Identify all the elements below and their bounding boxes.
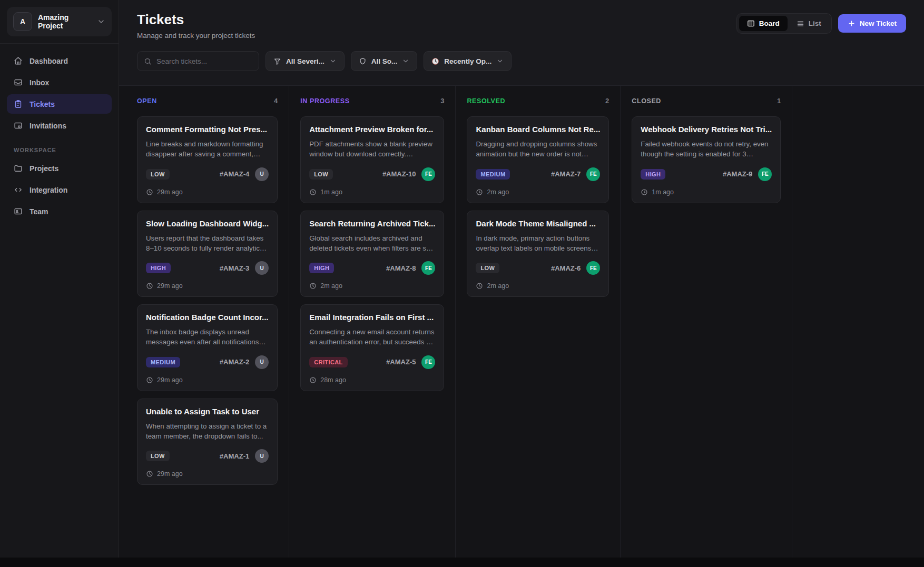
- timestamp-text: 29m ago: [157, 188, 183, 196]
- assignee-avatar[interactable]: U: [255, 449, 269, 463]
- ticket-card[interactable]: Comment Formatting Not Pres... Line brea…: [137, 116, 278, 203]
- clock-icon: [146, 470, 153, 478]
- clock-emoji-icon: [431, 57, 439, 65]
- ticket-meta-row: HIGH #AMAZ-8 FE: [309, 261, 435, 275]
- board-column-in-progress: IN PROGRESS 3 Attachment Preview Broken …: [289, 86, 456, 558]
- ticket-meta-row: LOW #AMAZ-6 FE: [476, 261, 600, 275]
- list-view-button[interactable]: List: [789, 16, 829, 31]
- sidebar-item-dashboard[interactable]: Dashboard: [7, 51, 112, 71]
- ticket-meta-row: MEDIUM #AMAZ-2 U: [146, 355, 269, 369]
- ticket-description: Failed webhook events do not retry, even…: [641, 139, 772, 160]
- severity-filter-dropdown[interactable]: All Severi...: [266, 51, 345, 71]
- ticket-card[interactable]: Webhook Delivery Retries Not Tri... Fail…: [632, 116, 781, 203]
- list-view-label: List: [809, 19, 821, 27]
- ticket-card[interactable]: Kanban Board Columns Not Re... Dragging …: [467, 116, 609, 203]
- timestamp-text: 2m ago: [487, 188, 509, 196]
- ticket-title: Webhook Delivery Retries Not Tri...: [641, 125, 772, 134]
- clock-icon: [309, 188, 317, 196]
- ticket-timestamp: 1m ago: [309, 188, 435, 196]
- severity-badge: HIGH: [641, 169, 665, 180]
- assignee-avatar[interactable]: FE: [758, 167, 772, 181]
- timestamp-text: 2m ago: [487, 282, 509, 290]
- assignee-avatar[interactable]: U: [255, 167, 269, 181]
- ticket-description: The inbox badge displays unread messages…: [146, 327, 269, 347]
- severity-badge: CRITICAL: [309, 357, 348, 367]
- sidebar-item-label: Dashboard: [30, 57, 68, 65]
- timestamp-text: 2m ago: [320, 282, 342, 290]
- severity-badge: LOW: [146, 169, 170, 180]
- clock-icon: [309, 282, 317, 290]
- column-header: IN PROGRESS 3: [300, 94, 444, 108]
- page-header: Tickets Manage and track your project ti…: [119, 0, 924, 48]
- search-input[interactable]: [156, 57, 252, 65]
- app: A Amazing Project Dashboard Inbox Ticket…: [0, 0, 924, 558]
- horizontal-scrollbar-track[interactable]: [0, 558, 924, 567]
- ticket-card[interactable]: Email Integration Fails on First ... Con…: [300, 304, 444, 391]
- timestamp-text: 29m ago: [157, 282, 183, 290]
- column-header: RESOLVED 2: [467, 94, 609, 108]
- clock-icon: [146, 282, 153, 290]
- ticket-timestamp: 2m ago: [476, 188, 600, 196]
- new-ticket-button[interactable]: New Ticket: [838, 14, 906, 33]
- assignee-avatar[interactable]: U: [255, 261, 269, 275]
- board-view-button[interactable]: Board: [739, 16, 788, 31]
- source-filter-dropdown[interactable]: All So...: [351, 51, 418, 71]
- chevron-down-icon: [402, 57, 409, 65]
- sidebar-item-invitations[interactable]: Invitations: [7, 116, 112, 135]
- chevron-down-icon: [97, 17, 105, 26]
- ticket-description: When attempting to assign a ticket to a …: [146, 421, 269, 442]
- ticket-card[interactable]: Slow Loading Dashboard Widg... Users rep…: [137, 211, 278, 297]
- clock-icon: [476, 282, 483, 290]
- main-content: Tickets Manage and track your project ti…: [119, 0, 924, 558]
- project-name: Amazing Project: [38, 13, 91, 30]
- ticket-card[interactable]: Unable to Assign Task to User When attem…: [137, 399, 278, 485]
- chevron-down-icon: [496, 57, 504, 65]
- severity-badge: MEDIUM: [146, 357, 180, 367]
- ticket-title: Dark Mode Theme Misaligned ...: [476, 219, 600, 228]
- search-box: [137, 51, 259, 71]
- column-header: CLOSED 1: [632, 94, 781, 108]
- ticket-card[interactable]: Dark Mode Theme Misaligned ... In dark m…: [467, 211, 609, 297]
- column-count: 3: [440, 97, 444, 105]
- project-selector[interactable]: A Amazing Project: [7, 7, 112, 36]
- ticket-id: #AMAZ-6: [551, 264, 581, 272]
- sidebar-item-team[interactable]: Team: [7, 202, 112, 221]
- clock-icon: [641, 188, 648, 196]
- severity-filter-label: All Severi...: [286, 57, 325, 65]
- kanban-board: OPEN 4 Comment Formatting Not Pres... Li…: [119, 85, 924, 558]
- source-filter-label: All So...: [371, 57, 398, 65]
- ticket-card[interactable]: Notification Badge Count Incor... The in…: [137, 304, 278, 391]
- sidebar-item-projects[interactable]: Projects: [7, 158, 112, 178]
- sidebar: A Amazing Project Dashboard Inbox Ticket…: [0, 0, 119, 558]
- page-header-titles: Tickets Manage and track your project ti…: [137, 12, 255, 39]
- severity-badge: HIGH: [146, 263, 171, 273]
- search-icon: [144, 57, 152, 65]
- ticket-card[interactable]: Attachment Preview Broken for... PDF att…: [300, 116, 444, 203]
- assignee-avatar[interactable]: FE: [586, 261, 600, 275]
- assignee-avatar[interactable]: FE: [421, 261, 435, 275]
- sort-filter-dropdown[interactable]: Recently Op...: [424, 51, 512, 71]
- column-title: OPEN: [137, 97, 157, 105]
- ticket-icon: [14, 100, 23, 108]
- ticket-id: #AMAZ-8: [386, 264, 416, 272]
- column-cards: Comment Formatting Not Pres... Line brea…: [137, 116, 278, 485]
- page-title: Tickets: [137, 12, 255, 28]
- sidebar-item-integration[interactable]: Integration: [7, 180, 112, 200]
- assignee-avatar[interactable]: FE: [421, 355, 435, 369]
- sidebar-item-tickets[interactable]: Tickets: [7, 94, 112, 114]
- ticket-meta-row: LOW #AMAZ-4 U: [146, 167, 269, 181]
- ticket-meta-row: LOW #AMAZ-10 FE: [309, 167, 435, 181]
- assignee-avatar[interactable]: FE: [421, 167, 435, 181]
- column-title: RESOLVED: [467, 97, 505, 105]
- assignee-avatar[interactable]: U: [255, 355, 269, 369]
- workspace-section-label: WORKSPACE: [14, 147, 105, 153]
- sidebar-item-label: Inbox: [30, 78, 49, 87]
- ticket-title: Comment Formatting Not Pres...: [146, 125, 269, 134]
- ticket-id: #AMAZ-3: [220, 264, 249, 272]
- assignee-avatar[interactable]: FE: [586, 167, 600, 181]
- sidebar-item-inbox[interactable]: Inbox: [7, 73, 112, 92]
- column-cards: Webhook Delivery Retries Not Tri... Fail…: [632, 116, 781, 203]
- ticket-card[interactable]: Search Returning Archived Tick... Global…: [300, 211, 444, 297]
- home-icon: [14, 56, 23, 65]
- team-icon: [14, 207, 23, 216]
